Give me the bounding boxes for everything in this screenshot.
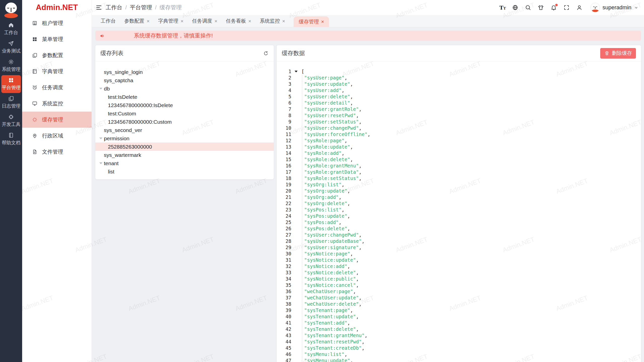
close-icon[interactable]: × bbox=[181, 19, 184, 24]
editor-line[interactable]: 3"sysUser:update", bbox=[277, 81, 641, 87]
tree-row[interactable]: sys_second_ver bbox=[95, 126, 274, 134]
tab[interactable]: 系统监控× bbox=[260, 15, 285, 27]
tree-row[interactable]: sys_single_login bbox=[95, 68, 274, 76]
fullscreen-icon[interactable] bbox=[564, 5, 570, 11]
primary-nav-item[interactable]: 平台管理 bbox=[1, 75, 21, 93]
editor-line[interactable]: 5"sysUser:delete", bbox=[277, 94, 641, 100]
secondary-nav-item[interactable]: 任务调度 bbox=[22, 79, 92, 96]
editor-line[interactable]: 44"sysTenant:resetPwd", bbox=[277, 339, 641, 345]
hamburger-icon[interactable] bbox=[96, 4, 102, 11]
tab[interactable]: 参数配置× bbox=[124, 15, 150, 27]
secondary-nav-item[interactable]: 租户管理 bbox=[22, 15, 92, 31]
secondary-nav-item[interactable]: 参数配置 bbox=[22, 47, 92, 63]
editor-line[interactable]: 37"weChatUser:update", bbox=[277, 295, 641, 301]
editor-line[interactable]: 24"sysPos:update", bbox=[277, 213, 641, 219]
editor-line[interactable]: 32"sysNotice:add", bbox=[277, 263, 641, 269]
editor-line[interactable]: 19"sysOrg:list", bbox=[277, 182, 641, 188]
secondary-nav-item[interactable]: 缓存管理 bbox=[22, 112, 92, 128]
editor-line[interactable]: 34"sysNotice:public", bbox=[277, 276, 641, 282]
refresh-icon[interactable] bbox=[263, 51, 269, 56]
tree-row[interactable]: tenant bbox=[95, 159, 274, 167]
fold-arrow-icon[interactable] bbox=[291, 68, 301, 75]
app-logo-mascot[interactable] bbox=[4, 3, 18, 18]
caret-down-icon[interactable] bbox=[98, 160, 104, 166]
caret-down-icon[interactable] bbox=[98, 135, 104, 142]
editor-line[interactable]: 21"sysOrg:add", bbox=[277, 194, 641, 200]
close-icon[interactable]: × bbox=[214, 19, 217, 24]
editor-line[interactable]: 25"sysPos:add", bbox=[277, 219, 641, 225]
tab[interactable]: 字典管理× bbox=[158, 15, 184, 27]
editor-line[interactable]: 31"sysNotice:update", bbox=[277, 257, 641, 263]
tree-row[interactable]: sys_captcha bbox=[95, 76, 274, 84]
editor-line[interactable]: 6"sysUser:detail", bbox=[277, 100, 641, 106]
editor-line[interactable]: 16"sysRole:grantMenu", bbox=[277, 163, 641, 169]
editor-line[interactable]: 7"sysUser:grantRole", bbox=[277, 106, 641, 112]
editor-line[interactable]: 13"sysRole:update", bbox=[277, 144, 641, 150]
editor-line[interactable]: 30"sysNotice:page", bbox=[277, 251, 641, 257]
editor-line[interactable]: 38"weChatUser:delete", bbox=[277, 301, 641, 307]
primary-nav-item[interactable]: 工作台 bbox=[1, 20, 21, 38]
close-icon[interactable]: × bbox=[147, 19, 150, 24]
primary-nav-item[interactable]: 开发工具 bbox=[1, 112, 21, 130]
secondary-nav-item[interactable]: 文件管理 bbox=[22, 144, 92, 160]
editor-line[interactable]: 18"sysRole:setStatus", bbox=[277, 175, 641, 182]
editor-line[interactable]: 42"sysTenant:delete", bbox=[277, 326, 641, 332]
secondary-nav-item[interactable]: 行政区域 bbox=[22, 128, 92, 144]
font-size-icon[interactable]: TT bbox=[499, 5, 505, 11]
close-icon[interactable]: × bbox=[248, 19, 251, 24]
delete-cache-button[interactable]: 删除缓存 bbox=[600, 48, 636, 59]
editor-line[interactable]: 39"sysTenant:page", bbox=[277, 307, 641, 313]
editor-line[interactable]: 46"sysMenu:list", bbox=[277, 351, 641, 357]
editor-line[interactable]: 43"sysTenant:grantMenu", bbox=[277, 332, 641, 339]
editor-line[interactable]: 4"sysUser:add", bbox=[277, 87, 641, 94]
tree-row[interactable]: test:IsDelete bbox=[95, 93, 274, 101]
editor-line[interactable]: 23"sysPos:list", bbox=[277, 207, 641, 213]
shirt-icon[interactable] bbox=[538, 5, 544, 11]
editor-line[interactable]: 9"sysUser:setStatus", bbox=[277, 119, 641, 125]
tree-row[interactable]: 252885263000000 bbox=[95, 143, 274, 151]
primary-nav-item[interactable]: 帮助文档 bbox=[1, 130, 21, 148]
globe-icon[interactable] bbox=[512, 5, 518, 11]
tree-row[interactable]: list bbox=[95, 167, 274, 176]
tab[interactable]: 工作台 bbox=[101, 15, 116, 27]
tab[interactable]: 任务调度× bbox=[192, 15, 217, 27]
caret-down-icon[interactable] bbox=[98, 86, 104, 92]
editor-line[interactable]: 36"weChatUser:page", bbox=[277, 288, 641, 295]
editor-line[interactable]: 14"sysRole:add", bbox=[277, 150, 641, 156]
primary-nav-item[interactable]: 日志管理 bbox=[1, 94, 21, 111]
editor-line[interactable]: 40"sysTenant:update", bbox=[277, 313, 641, 320]
tab[interactable]: 任务看板× bbox=[226, 15, 251, 27]
editor-line[interactable]: 22"sysOrg:delete", bbox=[277, 200, 641, 207]
user-menu[interactable]: superadmin bbox=[590, 3, 638, 12]
editor-line[interactable]: 41"sysTenant:add", bbox=[277, 320, 641, 326]
editor-line[interactable]: 47"sysMenu:update", bbox=[277, 357, 641, 362]
json-editor[interactable]: 1[2"sysUser:page",3"sysUser:update",4"sy… bbox=[277, 61, 641, 362]
bell-icon[interactable] bbox=[551, 5, 557, 11]
editor-line[interactable]: 33"sysNotice:delete", bbox=[277, 269, 641, 276]
secondary-nav-item[interactable]: 菜单管理 bbox=[22, 31, 92, 47]
editor-line[interactable]: 8"sysUser:resetPwd", bbox=[277, 112, 641, 119]
tree-row[interactable]: 123456780000000:Custom bbox=[95, 118, 274, 126]
editor-line[interactable]: 12"sysRole:page", bbox=[277, 138, 641, 144]
editor-line[interactable]: 29"sysUser:signature", bbox=[277, 244, 641, 251]
editor-line[interactable]: 45"sysTenant:createDb", bbox=[277, 345, 641, 351]
editor-line[interactable]: 35"sysNotice:cancel", bbox=[277, 282, 641, 288]
editor-line[interactable]: 2"sysUser:page", bbox=[277, 75, 641, 81]
secondary-nav-item[interactable]: 系统监控 bbox=[22, 96, 92, 112]
tree-row[interactable]: permission bbox=[95, 134, 274, 143]
tree-row[interactable]: test:Custom bbox=[95, 109, 274, 118]
primary-nav-item[interactable]: 业务测试 bbox=[1, 38, 21, 56]
breadcrumb-item[interactable]: 工作台 bbox=[106, 4, 122, 11]
close-icon[interactable]: × bbox=[321, 19, 324, 24]
tree-row[interactable]: 123456780000000:IsDelete bbox=[95, 101, 274, 109]
tab[interactable]: 缓存管理× bbox=[294, 16, 329, 27]
editor-line[interactable]: 20"sysOrg:update", bbox=[277, 188, 641, 194]
editor-line[interactable]: 27"sysUser:changePwd", bbox=[277, 232, 641, 238]
person-icon[interactable] bbox=[576, 5, 582, 11]
editor-line[interactable]: 1[ bbox=[277, 68, 641, 75]
editor-line[interactable]: 26"sysPos:delete", bbox=[277, 225, 641, 232]
editor-line[interactable]: 17"sysRole:grantData", bbox=[277, 169, 641, 175]
editor-line[interactable]: 10"sysUser:changePwd", bbox=[277, 125, 641, 131]
secondary-nav-item[interactable]: 字典管理 bbox=[22, 63, 92, 79]
search-icon[interactable] bbox=[525, 5, 531, 11]
